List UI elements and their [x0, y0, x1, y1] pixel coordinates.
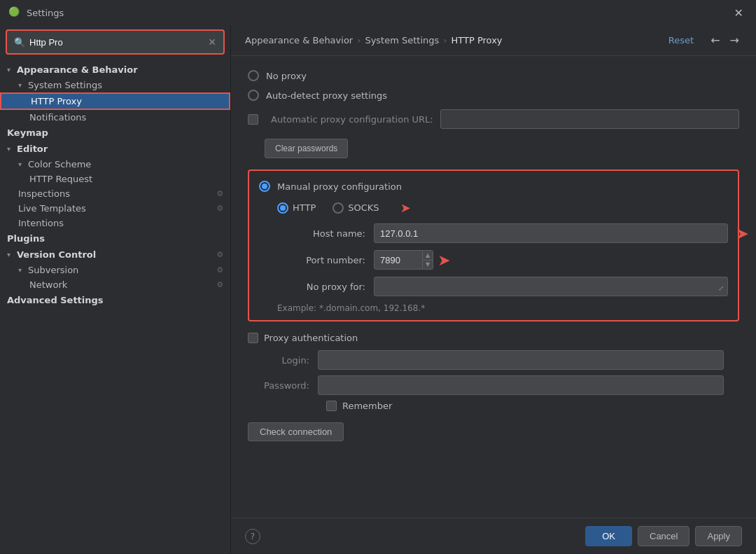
- http-radio[interactable]: [277, 202, 288, 214]
- port-number-wrapper: ▲ ▼ ➤: [374, 250, 451, 270]
- protocol-row: HTTP SOCKS ➤: [277, 200, 728, 215]
- sidebar-item-label: Notifications: [29, 112, 86, 123]
- password-row: Password:: [248, 375, 739, 395]
- title-bar: 🟢 Settings ✕: [0, 0, 756, 25]
- settings-icon: ⚙: [216, 189, 223, 198]
- socks-label: SOCKS: [348, 202, 379, 213]
- port-spinner[interactable]: ▲ ▼: [423, 250, 433, 270]
- remember-label: Remember: [342, 401, 392, 411]
- remember-row[interactable]: Remember: [326, 401, 739, 411]
- proxy-auth-row[interactable]: Proxy authentication: [248, 333, 739, 343]
- password-label: Password:: [248, 380, 318, 391]
- app-icon: 🟢: [8, 6, 21, 19]
- login-input[interactable]: [318, 350, 724, 370]
- apply-button[interactable]: Apply: [695, 526, 742, 546]
- sidebar-item-label: Intentions: [18, 218, 64, 228]
- proxy-auth-label: Proxy authentication: [264, 333, 358, 343]
- manual-proxy-header[interactable]: Manual proxy configuration: [259, 181, 728, 192]
- auth-section: Login: Password: Remember: [248, 350, 739, 411]
- sidebar-item-label: Keymap: [7, 127, 48, 138]
- close-button[interactable]: ✕: [730, 4, 748, 22]
- sidebar-item-advanced-settings[interactable]: Advanced Settings: [0, 292, 230, 308]
- sidebar-item-http-proxy[interactable]: HTTP Proxy: [0, 92, 230, 110]
- sidebar-item-label: Inspections: [18, 188, 70, 199]
- sidebar-item-label: Live Templates: [18, 203, 86, 214]
- settings-content: No proxy Auto-detect proxy settings Auto…: [231, 56, 756, 518]
- remember-checkbox[interactable]: [326, 401, 337, 411]
- sidebar-item-label: HTTP Request: [29, 174, 92, 184]
- sidebar-item-system-settings[interactable]: ▾ System Settings: [0, 78, 230, 92]
- auto-proxy-url-label: Automatic proxy configuration URL:: [271, 114, 433, 125]
- manual-proxy-radio[interactable]: [259, 181, 270, 192]
- no-proxy-radio[interactable]: [248, 70, 259, 81]
- settings-icon3: ⚙: [216, 250, 223, 259]
- breadcrumb-bar: Appearance & Behavior › System Settings …: [231, 25, 756, 56]
- sidebar-item-subversion[interactable]: ▾ Subversion ⚙: [0, 263, 230, 277]
- sidebar-item-plugins[interactable]: Plugins: [0, 230, 230, 247]
- no-proxy-for-label: No proxy for:: [262, 282, 374, 292]
- port-number-input[interactable]: [374, 250, 423, 270]
- auto-detect-radio[interactable]: [248, 90, 259, 101]
- main-content: 🔍 ✕ ▾ Appearance & Behavior ▾ System Set…: [0, 25, 756, 554]
- auto-detect-label: Auto-detect proxy settings: [266, 90, 387, 101]
- window-title: Settings: [27, 8, 730, 18]
- sidebar-item-http-request[interactable]: HTTP Request: [0, 172, 230, 186]
- no-proxy-label: No proxy: [266, 71, 307, 81]
- no-proxy-row[interactable]: No proxy: [248, 70, 739, 81]
- proxy-auth-checkbox[interactable]: [248, 333, 258, 343]
- sidebar-item-label: Network: [29, 279, 67, 290]
- sidebar-item-live-templates[interactable]: Live Templates ⚙: [0, 201, 230, 216]
- sidebar-item-label: Version Control: [17, 249, 96, 260]
- check-connection-button[interactable]: Check connection: [248, 422, 344, 441]
- sidebar-item-label: Advanced Settings: [7, 295, 104, 305]
- button-group: OK Cancel Apply: [585, 526, 742, 546]
- sidebar-item-color-scheme[interactable]: ▾ Color Scheme: [0, 157, 230, 172]
- sidebar-item-keymap[interactable]: Keymap: [0, 125, 230, 141]
- auto-proxy-url-row: Automatic proxy configuration URL:: [248, 109, 739, 129]
- help-button[interactable]: ?: [245, 529, 260, 544]
- sidebar-item-label: Color Scheme: [28, 159, 91, 169]
- no-proxy-for-wrapper: ⤢: [374, 277, 728, 296]
- auto-detect-row[interactable]: Auto-detect proxy settings: [248, 90, 739, 101]
- search-input[interactable]: [29, 37, 208, 48]
- manual-proxy-config-box: Manual proxy configuration HTTP SOCKS ➤: [248, 169, 739, 321]
- reset-button[interactable]: Reset: [668, 35, 694, 46]
- sidebar-item-editor[interactable]: ▾ Editor: [0, 141, 230, 157]
- host-name-input[interactable]: [374, 223, 728, 243]
- search-bar[interactable]: 🔍 ✕: [6, 29, 225, 55]
- breadcrumb-current: HTTP Proxy: [451, 35, 503, 46]
- auto-proxy-url-input[interactable]: [440, 109, 739, 129]
- socks-radio-group[interactable]: SOCKS: [332, 202, 379, 214]
- clear-passwords-button[interactable]: Clear passwords: [265, 139, 348, 158]
- auto-proxy-url-checkbox[interactable]: [248, 114, 258, 125]
- socks-radio[interactable]: [332, 202, 344, 214]
- no-proxy-for-input[interactable]: [374, 277, 728, 296]
- http-radio-group[interactable]: HTTP: [277, 202, 316, 214]
- spinner-up[interactable]: ▲: [423, 251, 433, 261]
- expand-icon[interactable]: ⤢: [718, 284, 724, 292]
- sidebar-item-label: Editor: [17, 144, 48, 154]
- sidebar-item-network[interactable]: Network ⚙: [0, 277, 230, 292]
- breadcrumb-part1: Appearance & Behavior: [245, 35, 353, 46]
- settings-icon5: ⚙: [216, 280, 223, 289]
- cancel-button[interactable]: Cancel: [638, 526, 690, 546]
- back-arrow[interactable]: ←: [708, 32, 722, 48]
- sidebar-item-appearance-behavior[interactable]: ▾ Appearance & Behavior: [0, 62, 230, 78]
- ok-button[interactable]: OK: [585, 526, 632, 546]
- sidebar-item-version-control[interactable]: ▾ Version Control ⚙: [0, 247, 230, 263]
- password-input[interactable]: [318, 375, 724, 395]
- search-clear-icon[interactable]: ✕: [208, 36, 216, 48]
- sidebar-item-notifications[interactable]: Notifications: [0, 110, 230, 125]
- nav-arrows: ← →: [708, 32, 742, 48]
- sidebar-item-label: Plugins: [7, 233, 45, 244]
- breadcrumb-sep2: ›: [443, 35, 447, 46]
- sidebar-item-label: System Settings: [28, 80, 102, 90]
- spinner-down[interactable]: ▼: [423, 261, 433, 270]
- bottom-bar: ? OK Cancel Apply: [231, 518, 756, 554]
- http-label: HTTP: [293, 202, 316, 213]
- sidebar-item-label: Appearance & Behavior: [17, 64, 138, 75]
- sidebar-item-inspections[interactable]: Inspections ⚙: [0, 186, 230, 201]
- sidebar-item-intentions[interactable]: Intentions: [0, 216, 230, 230]
- forward-arrow[interactable]: →: [727, 32, 742, 48]
- sidebar-item-label: Subversion: [28, 265, 78, 275]
